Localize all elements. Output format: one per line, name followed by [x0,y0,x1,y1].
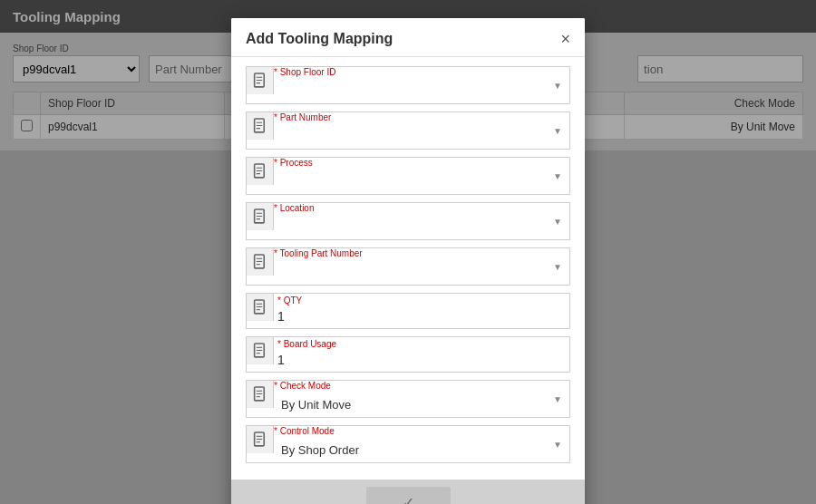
field-row-process: * Process ▼ [246,157,570,195]
document-icon [253,208,267,225]
confirm-button[interactable]: ✓ [366,487,451,504]
modal-shop-floor-id-select[interactable] [274,78,569,103]
modal-part-number-select[interactable] [274,123,569,149]
board-usage-label: * Board Usage [277,339,566,349]
part-number-doc-icon [247,112,274,140]
field-row-part-number: * Part Number ▼ [246,111,570,150]
confirm-checkmark-icon: ✓ [403,495,414,504]
modal-board-usage-input[interactable] [277,350,566,370]
check-mode-label: * Check Mode [274,381,569,391]
field-row-shop-floor-id: * Shop Floor ID ▼ [246,66,570,104]
modal-process-select[interactable] [274,169,569,194]
modal-close-button[interactable]: × [560,31,570,47]
modal-tooling-part-number-select[interactable] [274,259,569,285]
tooling-pn-label: * Tooling Part Number [274,248,569,258]
document-icon [253,299,267,315]
modal-qty-input[interactable] [277,306,566,326]
tooling-pn-doc-icon [247,248,274,276]
field-row-check-mode: * Check Mode By Unit Move By Shop Order … [246,380,570,418]
document-icon [253,431,267,448]
field-row-board-usage: * Board Usage [246,336,570,373]
field-row-tooling-part-number: * Tooling Part Number ▼ [246,247,570,286]
control-mode-doc-icon [247,426,274,453]
modal-header: Add Tooling Mapping × [231,18,585,57]
location-label: * Location [274,203,569,213]
document-icon [253,73,267,89]
process-doc-icon [247,158,274,185]
qty-label: * QTY [277,296,566,305]
process-label: * Process [274,158,569,168]
add-tooling-mapping-modal: Add Tooling Mapping × * [231,18,585,504]
field-row-location: * Location ▼ [246,202,570,240]
control-mode-label: * Control Mode [274,426,569,436]
part-number-label: * Part Number [274,112,569,122]
field-row-qty: * QTY [246,293,570,329]
modal-control-mode-select[interactable]: By Shop Order By Unit Move [274,437,569,462]
document-icon [253,254,267,270]
document-icon [253,343,267,359]
modal-location-select[interactable] [274,214,569,239]
shop-floor-doc-icon [247,67,274,94]
modal-check-mode-select[interactable]: By Unit Move By Shop Order [274,392,569,417]
qty-doc-icon [247,294,274,321]
board-usage-doc-icon [247,337,274,364]
modal-title: Add Tooling Mapping [246,31,393,47]
location-doc-icon [247,203,274,230]
document-icon [253,118,267,134]
modal-body: * Shop Floor ID ▼ [231,57,585,480]
check-mode-doc-icon [247,381,274,408]
modal-footer: ✓ [231,480,585,504]
modal-backdrop: Add Tooling Mapping × * [0,0,816,504]
document-icon [253,386,267,402]
document-icon [253,163,267,179]
shop-floor-id-label: * Shop Floor ID [274,67,569,77]
field-row-control-mode: * Control Mode By Shop Order By Unit Mov… [246,425,570,463]
